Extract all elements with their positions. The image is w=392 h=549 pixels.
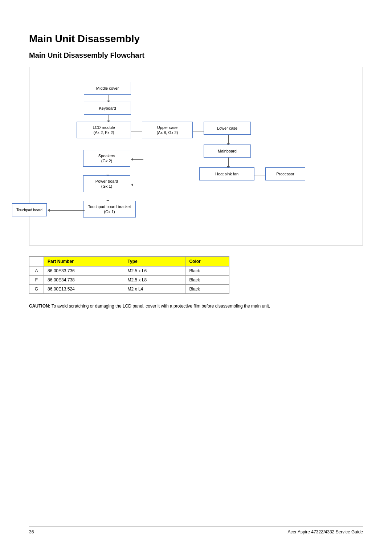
table-row: A86.00E33.736M2.5 x L6Black	[29, 267, 229, 276]
footer-text: Acer Aspire 4732Z/4332 Service Guide	[288, 529, 363, 534]
row-label: G	[29, 285, 44, 294]
row-part-number: 86.00E34.738	[44, 276, 124, 285]
caution-body: To avoid scratching or damaging the LCD …	[52, 304, 270, 309]
row-color: Black	[185, 276, 229, 285]
box-processor: Processor	[265, 167, 305, 180]
row-label: A	[29, 267, 44, 276]
arrow-uppercase-speakers	[131, 158, 143, 161]
col-header-type: Type	[124, 257, 185, 267]
page-number: 36	[29, 529, 34, 534]
arrow-uppercase-powerboard	[131, 183, 143, 186]
row-type: M2 x L4	[124, 285, 185, 294]
box-touchpad-board: Touchpad board	[12, 203, 47, 216]
box-mainboard: Mainboard	[204, 145, 251, 158]
footer: 36 Acer Aspire 4732Z/4332 Service Guide	[29, 526, 363, 534]
row-type: M2.5 x L6	[124, 267, 185, 276]
col-header-part-number: Part Number	[44, 257, 124, 267]
caution-text: CAUTION: To avoid scratching or damaging…	[29, 303, 363, 310]
arrow-lowercase-mainboard	[227, 135, 230, 146]
flowchart-container: Middle cover Keyboard LCD module (Ax 2, …	[29, 67, 363, 245]
table-row: G86.00E13.524M2 x L4Black	[29, 285, 229, 294]
section-title: Main Unit Disassembly Flowchart	[29, 51, 363, 60]
caution-label: CAUTION:	[29, 304, 50, 309]
box-touchpad-bracket: Touchpad board bracket (Gx 1)	[83, 201, 136, 217]
arrow-mainboard-heatsink	[227, 158, 230, 168]
box-heat-sink-fan: Heat sink fan	[199, 167, 254, 180]
parts-table: Part Number Type Color A86.00E33.736M2.5…	[29, 256, 229, 294]
row-type: M2.5 x L8	[124, 276, 185, 285]
row-color: Black	[185, 285, 229, 294]
top-rule	[29, 22, 363, 22]
row-part-number: 86.00E13.524	[44, 285, 124, 294]
row-part-number: 86.00E33.736	[44, 267, 124, 276]
table-row: F86.00E34.738M2.5 x L8Black	[29, 276, 229, 285]
flowchart: Middle cover Keyboard LCD module (Ax 2, …	[37, 78, 355, 234]
box-power-board: Power board (Gx 1)	[83, 175, 130, 192]
box-speakers: Speakers (Gx 2)	[83, 150, 130, 167]
page: Main Unit Disassembly Main Unit Disassem…	[0, 0, 392, 549]
box-keyboard: Keyboard	[84, 102, 131, 115]
box-middle-cover: Middle cover	[84, 82, 131, 95]
row-color: Black	[185, 267, 229, 276]
row-label: F	[29, 276, 44, 285]
page-title: Main Unit Disassembly	[29, 33, 363, 45]
box-upper-case: Upper case (Ax 8, Gx 2)	[142, 122, 193, 138]
box-lower-case: Lower case	[204, 122, 251, 135]
col-header-label	[29, 257, 44, 267]
arrow-bracket-touchpad	[48, 209, 85, 212]
col-header-color: Color	[185, 257, 229, 267]
box-lcd-module: LCD module (Ax 2, Fx 2)	[77, 122, 131, 138]
